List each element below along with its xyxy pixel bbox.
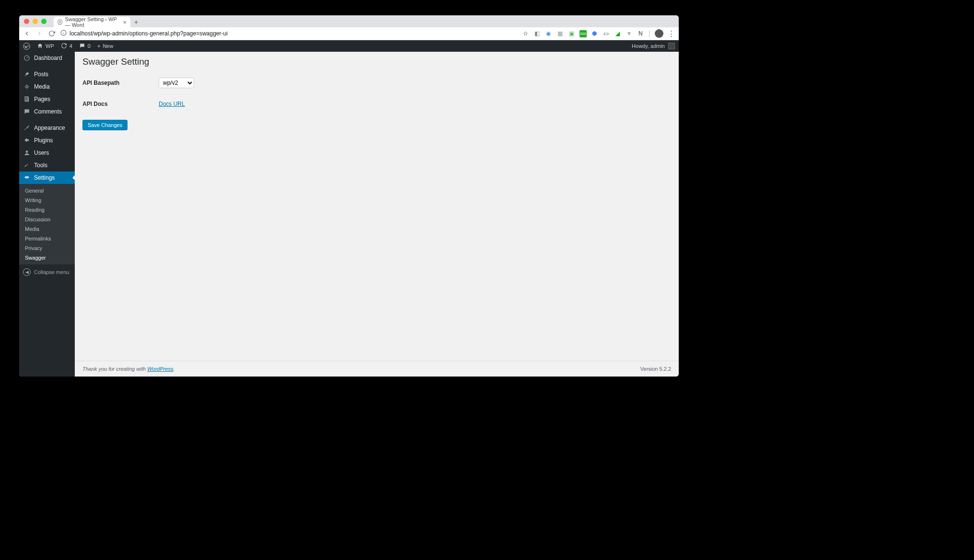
extension-icon[interactable]: ▣ bbox=[568, 30, 575, 37]
collapse-icon: ◀ bbox=[23, 268, 31, 276]
sidebar-label: Posts bbox=[34, 71, 48, 78]
url-text: localhost/wp/wp-admin/options-general.ph… bbox=[70, 30, 228, 37]
api-docs-label: API Docs bbox=[82, 101, 159, 107]
address-bar[interactable]: localhost/wp/wp-admin/options-general.ph… bbox=[60, 30, 517, 37]
sidebar-item-plugins[interactable]: Plugins bbox=[19, 134, 75, 147]
settings-icon bbox=[23, 174, 31, 181]
page-title: Swagger Setting bbox=[82, 57, 671, 67]
submenu-item-general[interactable]: General bbox=[19, 186, 75, 195]
svg-point-5 bbox=[26, 86, 28, 88]
admin-sidebar: Dashboard Posts Media Pages Comment bbox=[19, 52, 75, 377]
minimize-window-button[interactable] bbox=[33, 19, 38, 24]
site-name: WP bbox=[46, 43, 54, 49]
sidebar-label: Comments bbox=[34, 108, 62, 115]
wp-body: Dashboard Posts Media Pages Comment bbox=[19, 52, 679, 377]
pin-icon bbox=[23, 71, 31, 78]
collapse-menu-button[interactable]: ◀ Collapse menu bbox=[19, 264, 75, 280]
maximize-window-button[interactable] bbox=[41, 19, 46, 24]
sidebar-item-dashboard[interactable]: Dashboard bbox=[19, 52, 75, 64]
extension-icon[interactable]: 200 bbox=[580, 30, 587, 37]
plugin-icon bbox=[23, 137, 31, 144]
content-area: Swagger Setting API Basepath wp/v2 API D… bbox=[75, 52, 679, 377]
tab-title: Swagger Setting ‹ WP — Word bbox=[65, 16, 120, 28]
reload-button[interactable] bbox=[48, 30, 56, 37]
greeting: Howdy, admin bbox=[632, 43, 665, 49]
window-controls bbox=[24, 19, 46, 24]
browser-tabstrip: Swagger Setting ‹ WP — Word × + bbox=[19, 15, 679, 27]
tools-icon bbox=[23, 162, 31, 169]
submenu-item-writing[interactable]: Writing bbox=[19, 195, 75, 205]
sidebar-item-media[interactable]: Media bbox=[19, 80, 75, 93]
wordpress-link[interactable]: WordPress bbox=[147, 366, 173, 372]
browser-tab[interactable]: Swagger Setting ‹ WP — Word × bbox=[54, 17, 130, 27]
sidebar-label: Plugins bbox=[34, 137, 53, 144]
account-menu[interactable]: Howdy, admin bbox=[632, 43, 675, 49]
sidebar-label: Pages bbox=[34, 96, 50, 103]
new-content-link[interactable]: + New bbox=[97, 43, 113, 49]
extension-icon[interactable]: ◢ bbox=[614, 30, 621, 37]
plus-icon: + bbox=[97, 43, 100, 49]
extension-icon[interactable]: ⬢ bbox=[591, 30, 598, 37]
sidebar-item-settings[interactable]: Settings bbox=[19, 171, 75, 184]
close-window-button[interactable] bbox=[24, 19, 29, 24]
user-icon bbox=[23, 149, 31, 156]
extension-icon[interactable]: ▦ bbox=[557, 30, 564, 37]
submenu-item-media[interactable]: Media bbox=[19, 224, 75, 234]
back-button[interactable] bbox=[23, 30, 31, 37]
submenu-item-privacy[interactable]: Privacy bbox=[19, 243, 75, 253]
sidebar-label: Appearance bbox=[34, 125, 65, 131]
submenu-item-discussion[interactable]: Discussion bbox=[19, 215, 75, 224]
profile-avatar[interactable] bbox=[655, 29, 663, 38]
sidebar-item-pages[interactable]: Pages bbox=[19, 93, 75, 105]
footer-thanks: Thank you for creating with WordPress. bbox=[82, 366, 175, 372]
api-basepath-label: API Basepath bbox=[82, 80, 159, 86]
close-tab-button[interactable]: × bbox=[123, 19, 127, 26]
updates-link[interactable]: 4 bbox=[61, 43, 72, 50]
save-changes-button[interactable]: Save Changes bbox=[82, 120, 128, 130]
extension-icons: ☆ ◧ ◉ ▦ ▣ 200 ⬢ ▭ ◢ ▼ N | ⋮ bbox=[522, 29, 675, 38]
site-info-icon[interactable] bbox=[60, 30, 67, 37]
comment-count: 0 bbox=[88, 43, 91, 49]
sidebar-item-tools[interactable]: Tools bbox=[19, 159, 75, 171]
sidebar-label: Dashboard bbox=[34, 55, 62, 61]
extension-icon[interactable]: ◉ bbox=[545, 30, 552, 37]
site-link[interactable]: WP bbox=[37, 43, 54, 50]
browser-toolbar: localhost/wp/wp-admin/options-general.ph… bbox=[19, 27, 679, 40]
wp-logo-button[interactable] bbox=[23, 43, 30, 50]
extension-icon[interactable]: N bbox=[637, 30, 644, 37]
svg-rect-9 bbox=[25, 177, 28, 178]
forward-button[interactable] bbox=[35, 30, 43, 37]
sidebar-item-posts[interactable]: Posts bbox=[19, 68, 75, 80]
comments-link[interactable]: 0 bbox=[79, 43, 91, 50]
extension-icon[interactable]: ◧ bbox=[533, 30, 541, 37]
comment-icon bbox=[79, 43, 85, 50]
user-avatar bbox=[668, 43, 675, 49]
update-icon bbox=[61, 43, 67, 50]
api-basepath-row: API Basepath wp/v2 bbox=[82, 78, 671, 88]
collapse-label: Collapse menu bbox=[34, 269, 69, 275]
settings-submenu: General Writing Reading Discussion Media… bbox=[19, 184, 75, 264]
extension-icon[interactable]: ▭ bbox=[603, 30, 610, 37]
comment-icon bbox=[23, 108, 31, 115]
sidebar-item-comments[interactable]: Comments bbox=[19, 105, 75, 118]
update-count: 4 bbox=[70, 43, 72, 49]
submenu-item-swagger[interactable]: Swagger bbox=[19, 253, 75, 263]
sidebar-item-appearance[interactable]: Appearance bbox=[19, 122, 75, 134]
api-basepath-select[interactable]: wp/v2 bbox=[159, 78, 194, 88]
browser-menu-button[interactable]: ⋮ bbox=[668, 29, 675, 38]
new-tab-button[interactable]: + bbox=[134, 18, 138, 26]
page-icon bbox=[23, 96, 31, 103]
star-icon[interactable]: ☆ bbox=[522, 30, 529, 37]
extension-icon[interactable]: ▼ bbox=[626, 30, 633, 37]
api-docs-row: API Docs Docs URL bbox=[82, 101, 671, 107]
submenu-item-permalinks[interactable]: Permalinks bbox=[19, 234, 75, 243]
sidebar-label: Media bbox=[34, 83, 50, 90]
docs-url-link[interactable]: Docs URL bbox=[159, 101, 185, 107]
sidebar-item-users[interactable]: Users bbox=[19, 147, 75, 159]
browser-window: Swagger Setting ‹ WP — Word × + localhos… bbox=[19, 15, 679, 377]
media-icon bbox=[23, 83, 31, 90]
svg-rect-7 bbox=[25, 97, 29, 102]
dashboard-icon bbox=[23, 55, 31, 61]
version-text: Version 5.2.2 bbox=[640, 366, 671, 372]
submenu-item-reading[interactable]: Reading bbox=[19, 205, 75, 215]
